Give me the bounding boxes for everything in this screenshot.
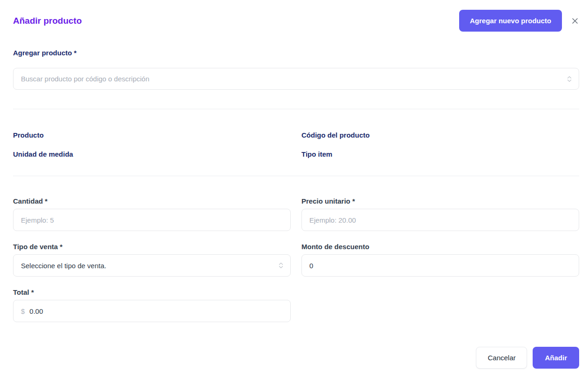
submit-button[interactable]: Añadir: [533, 347, 579, 369]
cancel-button[interactable]: Cancelar: [476, 347, 527, 369]
divider: [13, 176, 579, 176]
product-search-select[interactable]: [13, 68, 579, 90]
tipo-venta-selected-value[interactable]: Seleccione el tipo de venta.: [13, 254, 291, 277]
unidad-medida-label: Unidad de medida: [13, 150, 291, 158]
product-search-input[interactable]: [13, 68, 579, 90]
cantidad-label: Cantidad *: [13, 197, 291, 205]
empty-cell: [301, 288, 579, 334]
dollar-prefix-icon: $: [21, 307, 25, 315]
producto-label: Producto: [13, 131, 291, 139]
precio-unitario-label: Precio unitario *: [301, 197, 579, 205]
close-icon: [571, 17, 579, 25]
tipo-venta-label: Tipo de venta *: [13, 243, 291, 251]
precio-unitario-field: Precio unitario *: [301, 197, 579, 231]
page-title: Añadir producto: [13, 16, 82, 26]
cantidad-input[interactable]: [13, 209, 291, 231]
total-label: Total *: [13, 288, 291, 296]
total-field: Total * $: [13, 288, 291, 322]
modal-header: Añadir producto Agregar nuevo producto: [13, 10, 579, 32]
monto-descuento-label: Monto de descuento: [301, 243, 579, 251]
modal-footer: Cancelar Añadir: [13, 347, 579, 369]
add-product-modal: Añadir producto Agregar nuevo producto A…: [0, 0, 588, 377]
precio-unitario-input[interactable]: [301, 209, 579, 231]
close-button[interactable]: [571, 17, 579, 25]
tipo-venta-field: Tipo de venta * Seleccione el tipo de ve…: [13, 243, 291, 277]
total-input-group: $: [13, 300, 291, 322]
form-section: Cantidad * Precio unitario * Tipo de ven…: [13, 197, 579, 334]
tipo-item-label: Tipo item: [301, 150, 579, 158]
tipo-venta-select[interactable]: Seleccione el tipo de venta.: [13, 254, 291, 277]
monto-descuento-field: Monto de descuento: [301, 243, 579, 277]
product-info-section: Producto Código del producto Unidad de m…: [13, 131, 579, 158]
divider: [13, 109, 579, 109]
cantidad-field: Cantidad *: [13, 197, 291, 231]
search-product-label: Agregar producto *: [13, 49, 579, 57]
total-input[interactable]: [29, 307, 283, 315]
add-new-product-button[interactable]: Agregar nuevo producto: [459, 10, 562, 32]
codigo-producto-label: Código del producto: [301, 131, 579, 139]
header-actions: Agregar nuevo producto: [459, 10, 579, 32]
monto-descuento-input[interactable]: [301, 254, 579, 277]
